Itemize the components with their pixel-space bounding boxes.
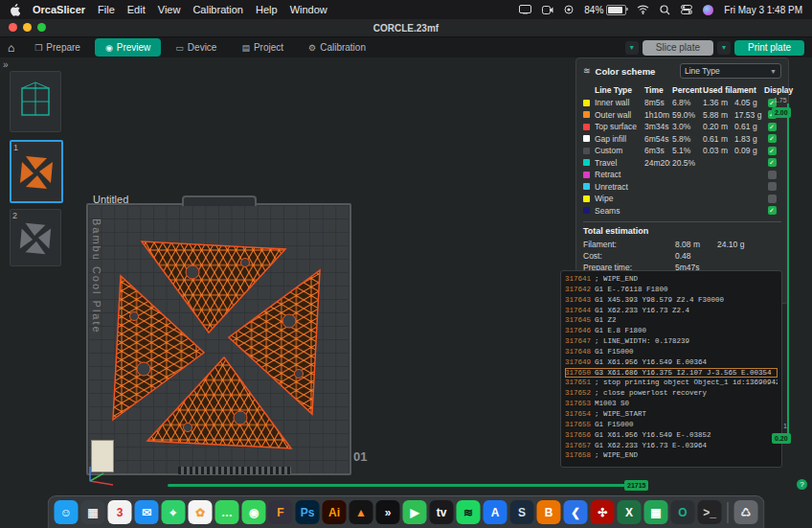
move-slider[interactable]	[168, 484, 625, 487]
tab-project[interactable]: ▤Project	[231, 38, 294, 57]
slice-options-chevron-icon[interactable]: ▾	[625, 41, 639, 55]
tab-prepare[interactable]: ❒Prepare	[24, 38, 91, 57]
app-store-icon[interactable]: A	[484, 500, 508, 524]
gcode-line[interactable]: 317644G1 X62.233 Y16.73 Z2.4	[565, 306, 778, 316]
tab-calibration[interactable]: ⚙Calibration	[298, 38, 376, 57]
plate-type-label: Bambu Cool Plate	[91, 218, 102, 458]
photoshop-icon[interactable]: Ps	[296, 500, 320, 524]
print-options-chevron-icon[interactable]: ▾	[717, 41, 731, 55]
menubar-menu-item[interactable]: File	[98, 4, 115, 15]
illustrator-icon[interactable]: Ai	[323, 500, 347, 524]
gcode-line[interactable]: 317641; WIPE_END	[565, 274, 778, 285]
control-center-icon[interactable]	[681, 5, 692, 14]
plate-2-thumbnail[interactable]: 2	[10, 209, 61, 266]
object-thumbnail[interactable]	[10, 71, 61, 132]
gcode-line[interactable]: 317646G1 E.8 F1800	[565, 326, 778, 336]
gcode-line[interactable]: 317645G1 Z2	[565, 315, 778, 326]
display-checkbox[interactable]: ✓	[768, 123, 777, 131]
close-window-button[interactable]	[9, 23, 17, 32]
spotify-icon[interactable]: ≋	[457, 500, 481, 524]
gcode-line[interactable]: 317647; LINE_WIDTH: 0.178239	[565, 336, 778, 347]
excel-icon[interactable]: X	[618, 500, 642, 524]
messages-icon[interactable]: …	[215, 500, 239, 524]
wifi-icon[interactable]	[637, 5, 649, 14]
camera-status-icon[interactable]	[542, 6, 553, 14]
gcode-line[interactable]: 317655G1 F15000	[565, 420, 778, 430]
finder-icon[interactable]: ☺	[55, 500, 79, 524]
record-status-icon[interactable]	[564, 5, 574, 14]
tab-preview[interactable]: ◉Preview	[95, 38, 161, 57]
plate-handle[interactable]	[182, 195, 257, 206]
plate-1-thumbnail[interactable]: 1	[10, 140, 63, 203]
display-checkbox[interactable]	[768, 171, 777, 179]
help-icon[interactable]: ?	[797, 479, 807, 490]
display-checkbox[interactable]: ✓	[768, 158, 777, 167]
gcode-line[interactable]: 317650G3 X61.686 Y16.375 I2.107 J-3.565 …	[565, 368, 778, 379]
affinity-icon[interactable]: ▲	[350, 500, 373, 524]
gcode-line[interactable]: 317642G1 E-.76118 F1800	[565, 285, 778, 295]
calendar-icon[interactable]: 3	[108, 500, 132, 524]
spreadsheet-icon[interactable]: ▦	[644, 500, 668, 524]
menubar-menu-item[interactable]: View	[158, 4, 181, 15]
apple-tv-icon[interactable]: tv	[430, 500, 454, 524]
display-checkbox[interactable]	[768, 182, 777, 191]
search-icon[interactable]	[660, 5, 670, 15]
device-icon: ▭	[175, 43, 184, 53]
layer-slider-bottom-value[interactable]: 0.20	[772, 433, 791, 444]
blender-icon[interactable]: B	[537, 500, 561, 524]
gcode-viewer-panel[interactable]: 317641; WIPE_END317642G1 E-.76118 F18003…	[560, 270, 782, 468]
gcode-line[interactable]: 317654; WIPE_START	[565, 409, 778, 420]
plate-1-number: 1	[13, 143, 18, 152]
sidebar-expand-icon[interactable]: »	[3, 59, 9, 70]
menubar-clock[interactable]: Fri May 3 1:48 PM	[724, 5, 802, 15]
screen-mirroring-icon[interactable]	[519, 5, 531, 14]
menubar-menu-item[interactable]: Window	[290, 4, 327, 15]
acrobat-icon[interactable]: ✣	[591, 500, 615, 524]
slice-plate-button[interactable]: Slice plate	[643, 40, 713, 56]
photos-icon[interactable]: ✿	[189, 500, 213, 524]
gcode-line[interactable]: 317653M1003 S0	[565, 399, 778, 409]
siri-icon[interactable]	[703, 5, 713, 15]
gcode-line[interactable]: 317657G1 X62.233 Y16.73 E-.03964	[565, 441, 778, 451]
display-checkbox[interactable]: ✓	[768, 147, 777, 155]
zoom-window-button[interactable]	[37, 23, 46, 32]
gcode-line[interactable]: 317651; stop printing object Object_1 id…	[565, 378, 778, 388]
minimize-window-button[interactable]	[23, 23, 32, 32]
media-player-icon[interactable]: »	[376, 500, 400, 524]
legend-row: Retract	[583, 169, 781, 181]
print-plate-button[interactable]: Print plate	[734, 40, 804, 56]
gcode-line[interactable]: 317656G1 X61.956 Y16.549 E-.03852	[565, 430, 778, 441]
layer-slider[interactable]	[787, 103, 789, 441]
gcode-line[interactable]: 317649G1 X61.956 Y16.549 E.00364	[565, 357, 778, 368]
display-checkbox[interactable]: ✓	[768, 134, 777, 143]
menubar-app-name[interactable]: OrcaSlicer	[33, 4, 85, 15]
launchpad-icon[interactable]: ▦	[81, 500, 105, 524]
green-app-icon[interactable]: ▶	[403, 500, 427, 524]
firefox-icon[interactable]: F	[269, 500, 293, 524]
menubar-menu-item[interactable]: Help	[256, 4, 278, 15]
home-icon[interactable]: ⌂	[8, 41, 14, 55]
gcode-line[interactable]: 317643G1 X45.393 Y98.579 Z2.4 F30000	[565, 295, 778, 306]
layer-slider-top-value[interactable]: 2.00	[772, 107, 791, 118]
mail-icon[interactable]: ✉	[135, 500, 159, 524]
trash-icon[interactable]: ♺	[734, 500, 758, 524]
maps-icon[interactable]: ⌖	[162, 500, 186, 524]
chevron-down-icon: ▼	[770, 68, 777, 75]
tab-device[interactable]: ▭Device	[165, 38, 227, 57]
battery-indicator[interactable]: 84%	[584, 5, 626, 15]
orcaslicer-icon[interactable]: O	[671, 500, 695, 524]
terminal-icon[interactable]: >_	[698, 500, 722, 524]
vscode-icon[interactable]: ❮	[564, 500, 588, 524]
steam-icon[interactable]: S	[510, 500, 534, 524]
view-mode-dropdown[interactable]: Line Type ▼	[680, 63, 781, 79]
display-checkbox[interactable]	[768, 195, 777, 203]
gcode-line[interactable]: 317648G1 F15000	[565, 347, 778, 357]
menubar-menu-item[interactable]: Calibration	[192, 4, 243, 15]
apple-menu-icon[interactable]	[10, 4, 20, 16]
menubar-menu-item[interactable]: Edit	[127, 4, 146, 15]
move-slider-value[interactable]: 21715	[624, 480, 648, 491]
display-checkbox[interactable]: ✓	[768, 206, 777, 215]
gcode-line[interactable]: 317658; WIPE_END	[565, 450, 778, 461]
facetime-icon[interactable]: ◉	[242, 500, 266, 524]
gcode-line[interactable]: 317652; close powerlost recovery	[565, 388, 778, 399]
